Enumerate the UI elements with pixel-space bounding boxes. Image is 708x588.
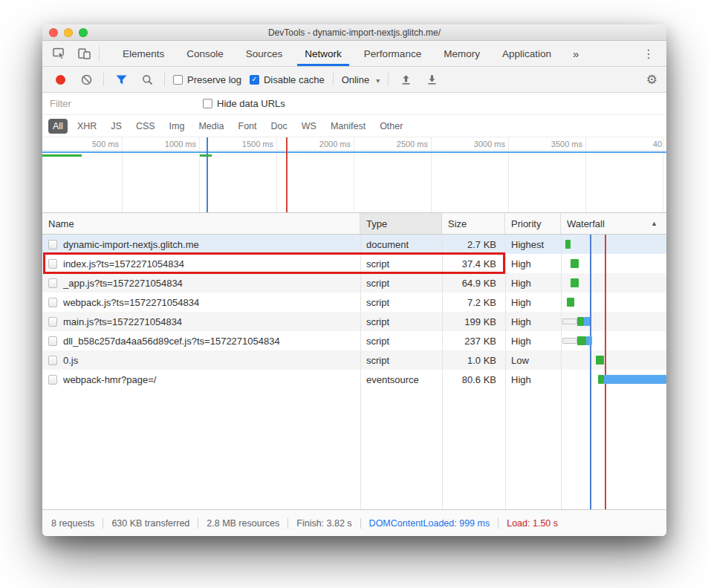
finish-time: Finish: 3.82 s (288, 518, 360, 529)
request-name-cell: main.js?ts=1572271054834 (42, 316, 360, 327)
dom-content-loaded-line (207, 137, 208, 212)
network-overview-timeline[interactable]: 500 ms 1000 ms 1500 ms 2000 ms 2500 ms 3… (42, 137, 666, 213)
chip-manifest[interactable]: Manifest (326, 119, 370, 134)
tab-sources[interactable]: Sources (235, 41, 294, 66)
toolbar-divider (103, 73, 104, 86)
inspect-icon (53, 48, 65, 59)
waterfall-bar-queue (562, 338, 577, 344)
request-size: 1.0 KB (442, 355, 505, 366)
request-name: _app.js?ts=1572271054834 (63, 278, 183, 289)
request-name: index.js?ts=1572271054834 (63, 258, 184, 270)
network-request-row[interactable]: index.js?ts=1572271054834 script 37.4 KB… (42, 254, 666, 273)
hide-data-urls-label: Hide data URLs (217, 98, 285, 109)
waterfall-bar-green (571, 278, 579, 287)
request-size: 64.9 KB (442, 278, 505, 289)
column-header-priority[interactable]: Priority (505, 213, 561, 234)
filter-input[interactable] (48, 97, 191, 110)
waterfall-bar-green (565, 240, 571, 249)
chip-ws[interactable]: WS (297, 119, 321, 134)
chip-xhr[interactable]: XHR (73, 119, 101, 134)
preserve-log-label: Preserve log (187, 74, 241, 85)
request-name-cell: dll_b58c257da4aa56d89cef.js?ts=157227105… (42, 336, 360, 347)
waterfall-bar-blue (586, 336, 592, 345)
funnel-icon (116, 75, 127, 85)
search-button[interactable] (138, 71, 156, 88)
network-request-row[interactable]: webpack.js?ts=1572271054834 script 7.2 K… (42, 293, 666, 312)
clear-button[interactable] (77, 71, 95, 88)
resources-size: 2.8 MB resources (198, 518, 288, 529)
chip-doc[interactable]: Doc (267, 119, 292, 134)
close-button[interactable] (49, 28, 58, 37)
network-request-row[interactable]: webpack-hmr?page=/ eventsource 80.6 KB H… (42, 370, 666, 389)
request-name-cell: index.js?ts=1572271054834 (42, 258, 360, 270)
more-tabs-button[interactable]: » (562, 41, 589, 66)
minimize-button[interactable] (64, 28, 73, 37)
tab-network[interactable]: Network (293, 41, 353, 66)
device-toolbar-icon (78, 48, 91, 59)
checkbox-icon (203, 99, 212, 108)
column-header-waterfall[interactable]: Waterfall ▲ (561, 213, 666, 234)
request-type: script (360, 336, 442, 347)
request-priority: Low (505, 355, 561, 366)
panel-tabs: Elements Console Sources Network Perform… (111, 41, 589, 66)
checkbox-icon (173, 75, 183, 85)
network-request-row[interactable]: dynamic-import-nextjs.glitch.me document… (42, 235, 666, 254)
network-request-row[interactable]: _app.js?ts=1572271054834 script 64.9 KB … (42, 273, 666, 293)
chip-img[interactable]: Img (165, 119, 189, 134)
waterfall-bar-blue (604, 375, 666, 384)
column-header-name[interactable]: Name (42, 213, 360, 234)
devtools-menu-button[interactable]: ⋮ (631, 41, 666, 66)
chip-media[interactable]: Media (194, 119, 228, 134)
waterfall-header-label: Waterfall (567, 218, 605, 229)
request-name: dll_b58c257da4aa56d89cef.js?ts=157227105… (63, 336, 280, 347)
tab-application[interactable]: Application (491, 41, 562, 66)
waterfall-lane (561, 370, 666, 389)
network-request-row[interactable]: main.js?ts=1572271054834 script 199 KB H… (42, 312, 666, 331)
toolbar-divider (333, 73, 334, 86)
devtools-tabbar: Elements Console Sources Network Perform… (42, 41, 666, 67)
import-har-button[interactable] (397, 71, 415, 88)
request-size: 37.4 KB (442, 258, 505, 270)
filter-toggle-button[interactable] (112, 71, 130, 88)
transferred-size: 630 KB transferred (103, 518, 198, 529)
waterfall-bar-green (567, 298, 574, 307)
tab-elements[interactable]: Elements (111, 41, 175, 66)
titlebar: DevTools - dynamic-import-nextjs.glitch.… (42, 24, 666, 41)
file-icon (48, 317, 57, 327)
column-header-type[interactable]: Type (360, 213, 442, 234)
network-toolbar: Preserve log Disable cache Online (42, 67, 666, 93)
tab-performance[interactable]: Performance (353, 41, 432, 66)
network-request-row[interactable]: 0.js script 1.0 KB Low (42, 350, 666, 370)
throttling-dropdown[interactable]: Online (342, 74, 380, 85)
upload-icon (400, 74, 412, 85)
device-toolbar-button[interactable] (75, 45, 93, 62)
request-size: 237 KB (442, 336, 505, 347)
checkbox-icon (250, 75, 259, 85)
settings-button[interactable]: ⚙ (646, 74, 657, 86)
tab-memory[interactable]: Memory (432, 41, 491, 66)
record-button[interactable] (51, 71, 69, 88)
request-priority: Highest (505, 239, 561, 250)
preserve-log-checkbox[interactable]: Preserve log (173, 74, 241, 85)
chip-css[interactable]: CSS (131, 119, 160, 134)
tab-console[interactable]: Console (175, 41, 235, 66)
file-icon (48, 356, 57, 365)
chip-font[interactable]: Font (234, 119, 262, 134)
waterfall-lane (561, 293, 666, 312)
record-icon (56, 75, 65, 85)
column-header-size[interactable]: Size (442, 213, 505, 234)
export-har-button[interactable] (423, 71, 441, 88)
hide-data-urls-checkbox[interactable]: Hide data URLs (203, 98, 285, 109)
inspect-element-button[interactable] (50, 45, 68, 62)
network-request-row[interactable]: dll_b58c257da4aa56d89cef.js?ts=157227105… (42, 331, 666, 350)
waterfall-bar-queue (562, 318, 577, 324)
file-icon (48, 375, 57, 385)
chip-all[interactable]: All (48, 119, 68, 134)
chip-js[interactable]: JS (106, 119, 126, 134)
request-type: script (360, 355, 442, 366)
request-priority: High (505, 316, 561, 327)
zoom-button[interactable] (79, 28, 88, 37)
request-name-cell: 0.js (42, 355, 360, 366)
chip-other[interactable]: Other (375, 119, 407, 134)
disable-cache-checkbox[interactable]: Disable cache (250, 74, 325, 85)
